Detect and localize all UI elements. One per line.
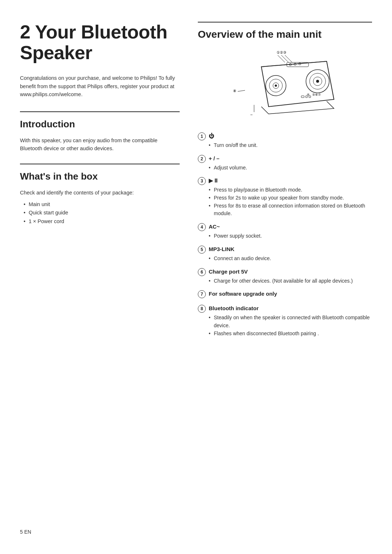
svg-text:①②③: ①②③ [277, 50, 286, 54]
intro-paragraph: Congratulations on your purchase, and we… [20, 74, 180, 98]
feature-number-1: 1 [198, 132, 206, 140]
list-item: Press for 2s to wake up your speaker fro… [209, 194, 372, 202]
feature-number-5: 5 [198, 246, 206, 254]
list-item: 1 × Power cord [24, 217, 180, 226]
intro-divider [20, 111, 180, 112]
feature-bullets-1: Turn on/off the unit. [198, 141, 372, 149]
feature-bullets-3: Press to play/pause in Bluetooth mode. P… [198, 186, 372, 218]
list-item: Power supply socket. [209, 232, 372, 240]
feature-bullets-8: Steadily on when the speaker is connecte… [198, 314, 372, 337]
svg-point-11 [275, 85, 277, 87]
feature-number-2: 2 [198, 155, 206, 163]
feature-name-7: For software upgrade only [209, 290, 277, 298]
list-item: Press for 8s to erase all connection inf… [209, 202, 372, 218]
introduction-heading: Introduction [20, 117, 180, 131]
chapter-title-text: Your BluetoothSpeaker [20, 21, 167, 63]
list-item: Adjust volume. [209, 164, 372, 172]
feature-item-2: 2 + / – Adjust volume. [198, 155, 372, 172]
svg-line-3 [285, 55, 292, 62]
list-item: Charge for other devices. (Not available… [209, 277, 372, 285]
box-items-list: Main unit Quick start guide 1 × Power co… [20, 200, 180, 226]
list-item: Quick start guide [24, 209, 180, 217]
feature-name-2: + / – [209, 155, 220, 163]
feature-bullets-4: Power supply socket. [198, 232, 372, 240]
feature-name-5: MP3-LINK [209, 245, 234, 254]
svg-line-2 [281, 55, 289, 62]
feature-bullets-6: Charge for other devices. (Not available… [198, 277, 372, 285]
svg-line-22 [238, 90, 245, 91]
feature-bullets-5: Connect an audio device. [198, 255, 372, 263]
list-item: Turn on/off the unit. [209, 141, 372, 149]
introduction-text: With this speaker, you can enjoy audio f… [20, 136, 180, 153]
feature-item-3: 3 ▶⏸ Press to play/pause in Bluetooth mo… [198, 177, 372, 218]
box-text: Check and identify the contents of your … [20, 189, 180, 197]
feature-number-7: 7 [198, 290, 206, 298]
feature-number-3: 3 [198, 177, 206, 185]
feature-item-5: 5 MP3-LINK Connect an audio device. [198, 245, 372, 263]
feature-item-4: 4 AC~ Power supply socket. [198, 223, 372, 240]
list-item: Flashes when disconnected Bluetooth pair… [209, 330, 372, 338]
svg-text:⑤⑥⑦: ⑤⑥⑦ [312, 93, 321, 97]
feature-number-6: 6 [198, 268, 206, 276]
features-list: 1 ⏻ Turn on/off the unit. 2 + / – Adjust… [198, 132, 372, 337]
chapter-number: 2 [20, 21, 30, 42]
box-divider [20, 164, 180, 164]
svg-text:⑧: ⑧ [233, 89, 236, 93]
feature-number-8: 8 [198, 305, 206, 313]
feature-name-4: AC~ [209, 223, 220, 231]
feature-item-1: 1 ⏻ Turn on/off the unit. [198, 132, 372, 149]
feature-name-3: ▶⏸ [209, 177, 219, 185]
list-item: Press to play/pause in Bluetooth mode. [209, 186, 372, 194]
whats-in-box-heading: What's in the box [20, 169, 180, 184]
list-item: Main unit [24, 200, 180, 209]
feature-name-8: Bluetooth indicator [209, 304, 259, 313]
speaker-diagram: ①②③ [198, 49, 372, 121]
list-item: Steadily on when the speaker is connecte… [209, 314, 372, 329]
feature-item-7: 7 For software upgrade only [198, 290, 372, 299]
svg-text:–: – [250, 112, 253, 116]
feature-bullets-2: Adjust volume. [198, 164, 372, 172]
feature-item-6: 6 Charge port 5V Charge for other device… [198, 268, 372, 285]
feature-item-8: 8 Bluetooth indicator Steadily on when t… [198, 304, 372, 337]
svg-rect-18 [301, 96, 304, 98]
chapter-title: 2 Your BluetoothSpeaker [20, 22, 180, 63]
svg-point-7 [316, 80, 319, 83]
feature-symbol-1: ⏻ [209, 132, 214, 140]
list-item: Connect an audio device. [209, 255, 372, 263]
page-footer: 5 EN [20, 528, 31, 536]
feature-name-6: Charge port 5V [209, 268, 248, 276]
feature-number-4: 4 [198, 223, 206, 231]
svg-line-1 [278, 55, 285, 62]
overview-heading: Overview of the main unit [198, 22, 372, 42]
